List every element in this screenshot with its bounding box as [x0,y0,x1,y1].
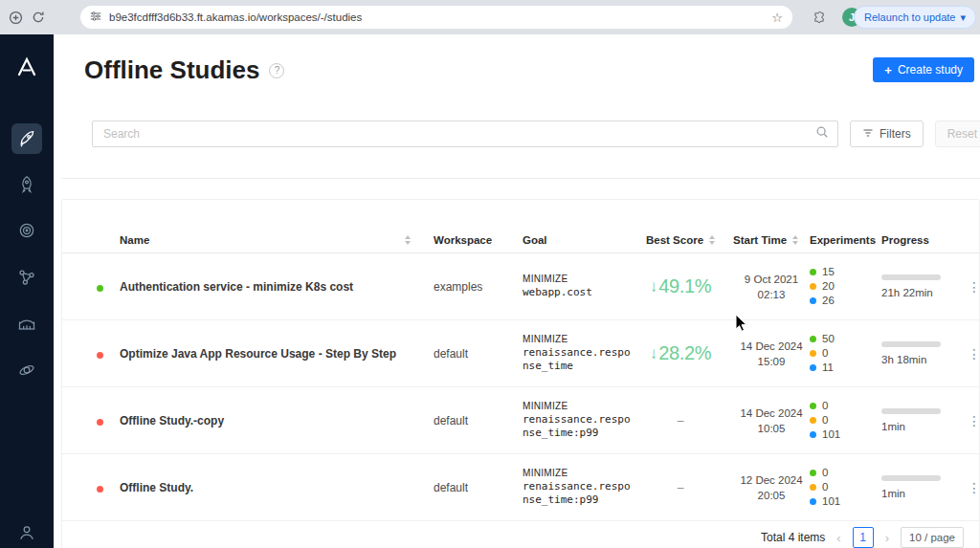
table-header: Name Workspace Goal Best Score Start Tim… [62,227,979,253]
sidebar-item-account[interactable] [11,517,42,548]
best-score: – [628,481,733,494]
table-row[interactable]: Offline Study.-copy default MINIMIZE ren… [62,387,979,454]
table-row[interactable]: Authentication service - minimize K8s co… [62,253,979,320]
experiment-dot [810,403,816,409]
pagination-next-icon[interactable]: › [883,531,891,545]
row-menu-icon[interactable]: ⋮ [962,277,980,296]
sidebar-item-workflows[interactable] [11,262,42,293]
experiments: 0 0 101 [810,467,881,508]
sidebar-item-packs[interactable] [11,215,42,246]
goal-type: MINIMIZE [523,401,628,411]
pagination-page-1[interactable]: 1 [853,527,874,548]
workspace-value: default [434,347,523,361]
workspace-value: default [434,414,523,427]
column-start-time[interactable]: Start Time [733,234,810,246]
row-menu-icon[interactable]: ⋮ [962,411,980,430]
reset-button[interactable]: Reset [935,121,980,147]
page-title: Offline Studies ? [84,55,284,85]
sidebar-item-studies[interactable] [11,123,42,154]
workspace-value: default [434,481,523,494]
sort-icon[interactable] [792,235,798,245]
bookmark-star-icon[interactable]: ☆ [771,11,783,25]
best-score: ↓ 28.2% [628,342,733,364]
start-clock: 20:05 [733,488,810,503]
best-score-empty: – [678,481,684,494]
telemetry-bridge-icon [17,315,36,334]
sidebar-item-optimizations[interactable] [11,169,42,200]
start-date: 14 Dec 2024 [733,406,810,421]
extensions-puzzle-icon[interactable] [812,10,827,25]
filter-icon [862,127,874,142]
best-score-value: 49.1% [658,275,711,297]
experiment-dot [810,350,816,357]
experiments: 15 20 26 [810,266,881,307]
progress-bar [881,408,941,414]
sidebar-item-systems[interactable] [11,355,42,385]
search-input[interactable] [101,126,815,142]
experiment-dot [810,336,816,342]
main-content: Offline Studies ? + Create study Filters… [54,34,980,548]
address-bar[interactable]: b9e3fcdfff3d6b33.ft.akamas.io/workspaces… [80,6,792,29]
start-clock: 02:13 [733,287,810,302]
table-row[interactable]: Optimize Java App Resource Usage - Step … [62,320,979,387]
reload-icon[interactable] [31,10,46,25]
filters-button[interactable]: Filters [850,121,924,147]
progress-bar [881,274,941,280]
help-icon[interactable]: ? [269,63,284,78]
experiment-dot [810,283,816,290]
status-dot [97,352,103,359]
study-name-link[interactable]: Authentication service - minimize K8s co… [120,280,434,294]
site-controls-icon[interactable] [90,9,101,26]
start-time: 14 Dec 2024 10:05 [733,406,810,436]
sidebar-nav [0,34,54,548]
experiment-dot [810,417,816,424]
experiment-dot [810,498,816,505]
table-row[interactable]: Offline Study. default MINIMIZE renaissa… [62,454,979,521]
studies-table: Name Workspace Goal Best Score Start Tim… [61,199,980,548]
progress-bar [881,341,941,347]
goal-metric: renaissance.response_time [523,346,635,373]
experiment-dot [810,431,816,438]
column-workspace[interactable]: Workspace [434,234,523,246]
systems-orbit-icon [17,361,36,380]
column-goal[interactable]: Goal [523,234,628,246]
status-dot [97,419,103,426]
sidebar-item-telemetry[interactable] [11,309,42,340]
pagination-prev-icon[interactable]: ‹ [835,531,842,545]
plus-circle-icon[interactable] [8,10,23,25]
create-study-button[interactable]: + Create study [873,57,974,82]
row-menu-icon[interactable]: ⋮ [962,478,980,497]
row-menu-icon[interactable]: ⋮ [962,344,980,363]
section-divider [61,178,980,179]
goal-type: MINIMIZE [523,274,628,284]
sort-icon[interactable] [405,235,411,245]
goal-type: MINIMIZE [523,334,628,344]
study-name-link[interactable]: Offline Study. [120,481,434,494]
search-icon[interactable] [815,125,829,142]
column-progress[interactable]: Progress [881,234,962,246]
best-score: – [628,414,733,427]
app-screen: b9e3fcdfff3d6b33.ft.akamas.io/workspaces… [0,0,980,548]
study-name-link[interactable]: Offline Study.-copy [120,414,434,427]
search-box[interactable] [92,121,838,147]
experiments: 50 0 11 [810,333,881,374]
sort-icon[interactable] [709,235,715,245]
experiment-dot [810,470,816,476]
relaunch-update-button[interactable]: Relaunch to update ▾ [854,6,976,29]
start-time: 12 Dec 2024 20:05 [733,472,810,503]
start-date: 9 Oct 2021 [733,272,810,287]
column-name[interactable]: Name [120,234,434,246]
page-size-select[interactable]: 10 / page [901,527,964,548]
user-icon [17,523,36,542]
column-best-score[interactable]: Best Score [628,234,733,246]
total-items-label: Total 4 items [761,531,825,544]
column-experiments[interactable]: Experiments [810,234,881,246]
study-name-link[interactable]: Optimize Java App Resource Usage - Step … [120,347,434,361]
rocket-icon [17,175,36,194]
progress-bar [881,475,941,481]
workspace-value: examples [434,280,523,294]
plus-icon: + [884,63,892,77]
workflow-nodes-icon [17,268,36,287]
goal-metric: renaissance.response_time:p99 [523,480,635,507]
start-clock: 15:09 [733,354,810,369]
